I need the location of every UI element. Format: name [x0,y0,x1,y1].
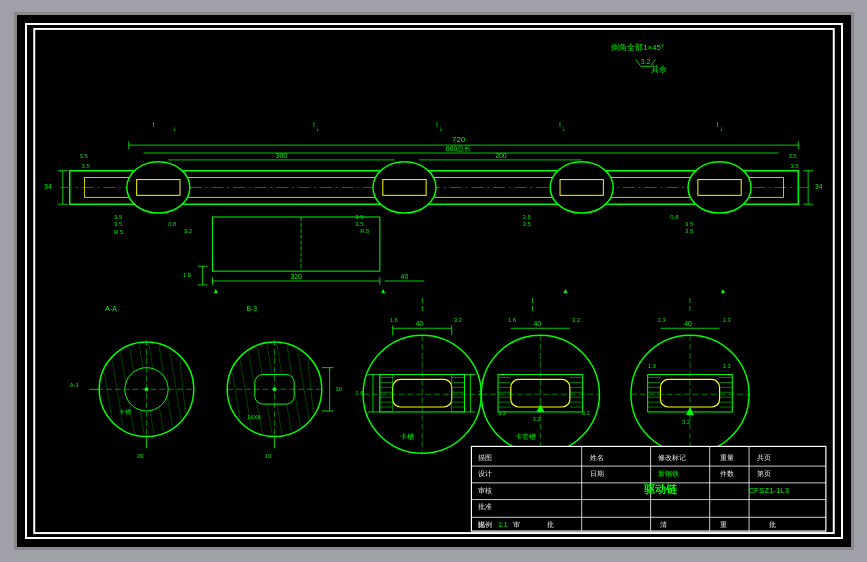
svg-text:20: 20 [136,453,143,459]
cad-window: 720 660总长 300 200 3.5 3.5 3.5 3.5 ↓ [14,12,854,550]
svg-text:其余: 其余 [650,65,666,74]
svg-text:1:1: 1:1 [498,521,508,528]
svg-text:▲: ▲ [719,287,726,294]
svg-text:↓: ↓ [562,124,566,133]
svg-text:I: I [689,305,691,312]
cad-canvas: 720 660总长 300 200 3.5 3.5 3.5 3.5 ↓ [27,25,841,537]
svg-text:3.2: 3.2 [581,410,589,416]
svg-text:3.5: 3.5 [685,221,694,227]
svg-text:3.5: 3.5 [685,228,694,234]
svg-text:1.6: 1.6 [389,317,398,323]
svg-text:3.5: 3.5 [355,221,364,227]
svg-text:3.5: 3.5 [790,163,799,169]
svg-text:0.8: 0.8 [168,221,177,227]
svg-text:修改标记: 修改标记 [658,454,686,462]
svg-text:40: 40 [684,320,692,327]
svg-text:倒角全部1×45°: 倒角全部1×45° [611,43,664,52]
svg-text:▲: ▲ [562,287,569,294]
svg-text:↓: ↓ [315,124,319,133]
svg-text:卡槽: 卡槽 [399,433,413,440]
svg-text:1.8: 1.8 [182,272,191,278]
svg-text:3.5: 3.5 [522,221,531,227]
svg-text:3.5: 3.5 [81,163,90,169]
svg-text:I: I [689,297,691,304]
svg-text:3.2: 3.2 [498,410,506,416]
cad-svg: 720 660总长 300 200 3.5 3.5 3.5 3.5 ↓ [27,25,841,537]
svg-text:第页: 第页 [756,470,770,478]
svg-text:批: 批 [768,521,775,528]
svg-text:3.5: 3.5 [788,153,797,159]
drawing-frame: 720 660总长 300 200 3.5 3.5 3.5 3.5 ↓ [25,23,843,539]
svg-text:I: I [559,121,561,128]
svg-text:1.6: 1.6 [355,390,364,396]
svg-text:320: 320 [290,273,302,280]
svg-text:CFSZ1-1L3: CFSZ1-1L3 [748,486,789,495]
svg-text:40: 40 [533,320,541,327]
svg-text:R.5: R.5 [360,228,370,234]
svg-text:34: 34 [44,183,52,190]
svg-text:I: I [435,121,437,128]
svg-text:B-3: B-3 [246,305,257,312]
svg-text:30: 30 [335,386,342,392]
svg-text:重量: 重量 [719,454,733,461]
svg-text:I: I [421,297,423,304]
svg-text:200: 200 [495,152,507,159]
svg-text:▲: ▲ [379,287,386,294]
svg-text:1.3: 1.3 [657,317,666,323]
svg-text:R.5: R.5 [114,229,124,235]
svg-text:3.5: 3.5 [522,214,531,220]
svg-text:40: 40 [415,320,423,327]
svg-text:1.6: 1.6 [507,317,516,323]
svg-text:34: 34 [815,183,823,190]
svg-text:0.8: 0.8 [670,214,679,220]
svg-text:↓: ↓ [438,124,442,133]
svg-text:3.5: 3.5 [114,214,123,220]
svg-text:描: 描 [478,521,485,528]
svg-text:10: 10 [264,453,271,459]
svg-text:I: I [152,121,154,128]
svg-text:3.5: 3.5 [355,214,364,220]
svg-text:清: 清 [660,521,667,528]
svg-text:姓名: 姓名 [589,454,603,462]
svg-text:660总长: 660总长 [445,145,470,152]
svg-text:I: I [421,305,423,312]
svg-text:3.2: 3.2 [640,58,650,65]
svg-text:16X8: 16X8 [246,414,260,420]
svg-text:描图: 描图 [478,454,492,461]
svg-text:3.2: 3.2 [183,228,191,234]
svg-text:卡槽: 卡槽 [118,409,130,415]
svg-text:1.3: 1.3 [647,363,656,369]
svg-text:3.5: 3.5 [79,153,88,159]
svg-text:I: I [312,121,314,128]
svg-text:3.2: 3.2 [453,317,461,323]
svg-text:↓: ↓ [719,124,723,133]
svg-text:批: 批 [547,521,554,528]
svg-text:驱动链: 驱动链 [642,483,677,495]
svg-text:审核: 审核 [478,487,492,495]
svg-text:重: 重 [719,521,726,528]
svg-text:720: 720 [452,135,466,144]
svg-text:审: 审 [512,521,519,528]
svg-text:I: I [531,297,533,304]
svg-text:I: I [716,121,718,128]
svg-text:1.3: 1.3 [722,363,731,369]
svg-text:日期: 日期 [589,470,603,477]
svg-text:300: 300 [275,152,287,159]
svg-text:A-1: A-1 [69,382,78,388]
svg-text:新钢铁: 新钢铁 [658,470,679,477]
svg-text:1.3: 1.3 [722,317,731,323]
svg-text:↓: ↓ [173,124,177,133]
svg-text:批准: 批准 [478,503,492,510]
svg-text:▲: ▲ [212,287,219,294]
svg-text:设计: 设计 [478,470,492,477]
svg-text:3.5: 3.5 [114,221,123,227]
svg-text:共页: 共页 [756,454,770,462]
svg-text:I: I [531,305,533,312]
svg-text:3.2: 3.2 [571,317,579,323]
svg-text:A-A: A-A [105,305,117,312]
svg-text:3.2: 3.2 [532,416,540,422]
svg-text:件数: 件数 [719,470,733,477]
svg-text:3.2: 3.2 [682,419,690,425]
svg-text:卡管槽: 卡管槽 [514,433,535,440]
svg-text:40: 40 [400,273,408,280]
